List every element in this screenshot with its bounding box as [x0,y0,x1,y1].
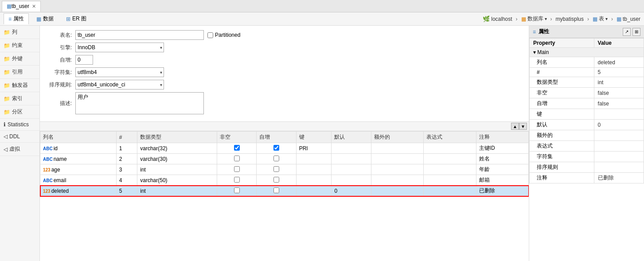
engine-select[interactable]: InnoDB [75,43,164,52]
col-comment: 已删除 [476,186,528,196]
data-label: 数据 [43,15,54,23]
collation-select[interactable]: utf8mb4_unicode_ci [75,80,164,90]
db-arrow-icon: ▾ [545,16,547,21]
charset-label: 字符集: [47,69,72,76]
table-row[interactable]: 123age 3 int 年龄 [40,164,529,175]
table-controls: ▲ ▼ [40,122,529,131]
col-header-name: 列名 [40,132,117,143]
table-name-input[interactable] [75,30,204,40]
form-row-collation: 排序规则: utf8mb4_unicode_ci ▾ [47,80,522,90]
sidebar-ref-label: 引用 [12,68,23,76]
autoinc-checkbox[interactable] [273,166,279,172]
right-panel-icon: ≡ [533,29,536,35]
col-notnull[interactable] [217,175,256,186]
col-autoinc[interactable] [257,186,296,196]
table-row[interactable]: ABCid 1 varchar(32) PRI 主键ID [40,143,529,154]
prop-value: 已删除 [594,173,644,183]
sidebar-item-constraints[interactable]: 📁 约束 [0,39,39,52]
prop-value: false [594,88,644,98]
move-down-button[interactable]: ▼ [519,123,527,130]
table-row[interactable]: 123deleted 5 int 0 已删除 [40,186,529,196]
col-key [296,164,332,175]
prop-label: # [530,68,594,77]
breadcrumb-schema[interactable]: mybatisplus [556,16,584,22]
autoinc-checkbox[interactable] [273,145,279,151]
notnull-checkbox[interactable] [234,187,240,193]
breadcrumb-host[interactable]: 🌿 localhost [483,16,512,22]
charset-select[interactable]: utf8mb4 [75,67,164,77]
form-row-autoinc: 自增: [47,55,522,65]
auto-inc-input[interactable] [75,55,93,65]
table-icon: ▦ [593,16,597,22]
notnull-checkbox[interactable] [234,166,240,172]
breadcrumb-db[interactable]: ▦ 数据库 ▾ [521,15,547,23]
autoinc-checkbox[interactable] [273,187,279,193]
partitioned-checkbox[interactable] [207,32,213,38]
sidebar-item-statistics[interactable]: ℹ Statistics [0,119,39,131]
panel-grid-button[interactable]: ⊞ [632,28,640,36]
schema-label: mybatisplus [556,16,584,22]
toolbar: ≡ 属性 ▦ 数据 ⊞ ER 图 🌿 localhost › ▦ 数据库 ▾ ›… [0,12,644,26]
col-name: ABCemail [40,175,117,186]
sidebar-item-foreign-keys[interactable]: 📁 外键 [0,52,39,66]
sidebar-item-triggers[interactable]: 📁 触发器 [0,79,39,92]
prop-value [594,130,644,141]
sidebar-item-partitions[interactable]: 📁 分区 [0,105,39,119]
table-row[interactable]: ABCemail 4 varchar(50) 邮箱 [40,175,529,186]
sidebar-item-references[interactable]: 📁 引用 [0,66,39,79]
col-name: ABCname [40,154,117,164]
columns-table: 列名 # 数据类型 非空 自增 键 默认 额外的 表达式 注释 ABCid [40,131,529,196]
sidebar-indexes-label: 索引 [12,95,23,102]
prop-label: 注释 [530,173,594,183]
partitioned-checkbox-label[interactable]: Partitioned [207,32,240,38]
prop-row: 数据类型 int [530,77,644,88]
col-expr [424,154,476,164]
col-key [296,175,332,186]
folder-icon2: 📁 [4,43,10,49]
prop-value [594,162,644,173]
prop-value: deleted [594,57,644,68]
notnull-checkbox[interactable] [234,145,240,151]
sidebar-item-columns[interactable]: 📁 列 [0,26,39,39]
data-icon: ▦ [36,16,41,22]
autoinc-checkbox[interactable] [273,156,279,161]
er-label: ER 图 [72,15,86,23]
prop-row: 注释 已删除 [530,173,644,183]
col-default: 0 [332,186,371,196]
move-up-button[interactable]: ▲ [511,123,519,130]
breadcrumb-table[interactable]: ▦ 表 ▾ [593,15,608,23]
folder-icon5: 📁 [4,82,10,89]
notnull-checkbox[interactable] [234,177,240,183]
prop-label: 表达式 [530,141,594,152]
form-row-charset: 字符集: utf8mb4 ▾ [47,67,522,77]
sidebar-item-ddl[interactable]: ◁ DDL [0,131,39,143]
sidebar-item-indexes[interactable]: 📁 索引 [0,92,39,105]
col-notnull[interactable] [217,186,256,196]
db-label: 数据库 [527,15,543,23]
folder-icon4: 📁 [4,69,10,75]
col-autoinc[interactable] [257,143,296,154]
prop-label: 额外的 [530,130,594,141]
col-autoinc[interactable] [257,164,296,175]
col-header-expr: 表达式 [424,132,476,143]
sep3: › [587,16,589,22]
close-tab-button[interactable]: ✕ [32,4,36,9]
panel-export-button[interactable]: ↗ [623,28,631,36]
col-autoinc[interactable] [257,175,296,186]
col-notnull[interactable] [217,164,256,175]
tab-properties[interactable]: ≡ 属性 [4,13,29,24]
tab-data[interactable]: ▦ 数据 [31,13,59,24]
tab-tb-user[interactable]: ▦ tb_user ✕ [2,1,41,12]
table-label: 表 [599,15,604,23]
autoinc-checkbox[interactable] [273,177,279,183]
notnull-checkbox[interactable] [234,156,240,161]
sidebar-item-virtual[interactable]: ◁ 虚拟 [0,143,39,156]
col-notnull[interactable] [217,154,256,164]
comment-input[interactable]: 用户 [75,92,204,114]
prop-row: 字符集 [530,152,644,162]
col-autoinc[interactable] [257,154,296,164]
tab-er[interactable]: ⊞ ER 图 [61,13,91,24]
table-row[interactable]: ABCname 2 varchar(30) 姓名 [40,154,529,164]
col-notnull[interactable] [217,143,256,154]
prop-col-value: Value [594,39,644,48]
